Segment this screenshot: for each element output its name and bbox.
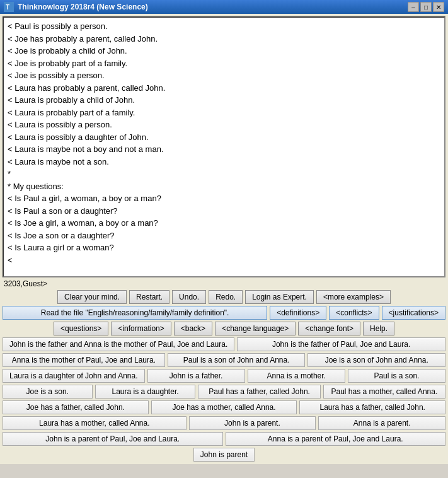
sentence-btn-7-2[interactable]: Anna is a parent of Paul, Joe and Laura. [226,432,446,446]
sentence-row-7: John is a parent of Paul, Joe and Laura.… [3,432,445,446]
sentence-btn-6-3[interactable]: Anna is a parent. [318,416,445,430]
sentence-btn-2-1[interactable]: Anna is the mother of Paul, Joe and Laur… [3,353,165,367]
sentence-btn-7-1[interactable]: John is a parent of Paul, Joe and Laura. [3,432,223,446]
conflicts-button[interactable]: <conflicts> [329,306,379,320]
close-button[interactable]: ✕ [433,2,444,12]
output-content: < Paul is possibly a person. < Joe has p… [4,18,444,269]
restart-button[interactable]: Restart. [129,290,169,304]
status-text: 3203,Guest> [4,279,47,288]
sentence-btn-1-1[interactable]: John is the father and Anna is the mothe… [3,337,234,351]
svg-text:T: T [6,4,9,11]
sentence-btn-6-1[interactable]: Laura has a mother, called Anna. [3,416,187,430]
sentence-row-1: John is the father and Anna is the mothe… [3,337,445,351]
window-title: Thinknowlogy 2018r4 (New Science) [18,3,148,11]
sentence-btn-3-1[interactable]: Laura is a daughter of John and Anna. [3,369,145,383]
toolbar-row-3: <questions> <information> <back> <change… [3,322,445,335]
more-examples-button[interactable]: <more examples> [316,290,391,304]
status-row: 3203,Guest> [0,279,448,289]
sentence-row-5: Joe has a father, called John. Joe has a… [3,400,445,414]
help-button[interactable]: Help. [363,322,394,335]
sentence-row-8: John is parent [3,448,445,462]
sentence-btn-3-3[interactable]: Anna is a mother. [248,369,345,383]
maximize-button[interactable]: □ [420,2,432,12]
definitions-button[interactable]: <definitions> [270,306,326,320]
sentence-btn-1-2[interactable]: John is the father of Paul, Joe and Laur… [237,337,445,351]
justifications-button[interactable]: <justifications> [382,306,445,320]
clear-mind-button[interactable]: Clear your mind. [57,290,127,304]
sentence-btn-3-4[interactable]: Paul is a son. [348,369,445,383]
output-text-area: < Paul is possibly a person. < Joe has p… [3,16,445,277]
sentence-btn-2-3[interactable]: Joe is a son of John and Anna. [307,353,445,367]
change-language-button[interactable]: <change language> [215,322,296,335]
information-button[interactable]: <information> [111,322,171,335]
sentence-btn-5-2[interactable]: Joe has a mother, called Anna. [151,400,297,414]
redo-button[interactable]: Redo. [209,290,243,304]
sentence-btn-2-2[interactable]: Paul is a son of John and Anna. [168,353,306,367]
sentence-btn-3-2[interactable]: John is a father. [147,369,245,383]
bottom-controls: Clear your mind. Restart. Undo. Redo. Lo… [0,289,448,464]
sentence-row-2: Anna is the mother of Paul, Joe and Laur… [3,353,445,367]
sentence-row-6: Laura has a mother, called Anna. John is… [3,416,445,430]
read-file-button[interactable]: Read the file "English/reasoning/family/… [3,306,267,320]
sentence-btn-4-3[interactable]: Paul has a father, called John. [198,385,320,399]
title-bar: T Thinknowlogy 2018r4 (New Science) – □ … [0,0,448,14]
sentence-btn-4-4[interactable]: Paul has a mother, called Anna. [323,385,445,399]
sentence-btn-5-3[interactable]: Laura has a father, called John. [299,400,445,414]
sentence-btn-5-1[interactable]: Joe has a father, called John. [3,400,149,414]
toolbar-row-1: Clear your mind. Restart. Undo. Redo. Lo… [3,290,445,304]
app-icon: T [4,2,14,12]
window-controls: – □ ✕ [408,2,444,12]
sentence-btn-8-1[interactable]: John is parent [193,448,255,462]
sentence-btn-4-2[interactable]: Laura is a daughter. [95,385,196,399]
sentence-btn-6-2[interactable]: John is a parent. [189,416,316,430]
change-font-button[interactable]: <change font> [298,322,360,335]
sentence-row-3: Laura is a daughter of John and Anna. Jo… [3,369,445,383]
back-button[interactable]: <back> [174,322,212,335]
sentence-btn-4-1[interactable]: Joe is a son. [3,385,93,399]
minimize-button[interactable]: – [408,2,419,12]
questions-button[interactable]: <questions> [54,322,108,335]
toolbar-row-2: Read the file "English/reasoning/family/… [3,306,445,320]
login-as-expert-button[interactable]: Login as Expert. [245,290,314,304]
undo-button[interactable]: Undo. [172,290,206,304]
sentence-row-4: Joe is a son. Laura is a daughter. Paul … [3,385,445,399]
